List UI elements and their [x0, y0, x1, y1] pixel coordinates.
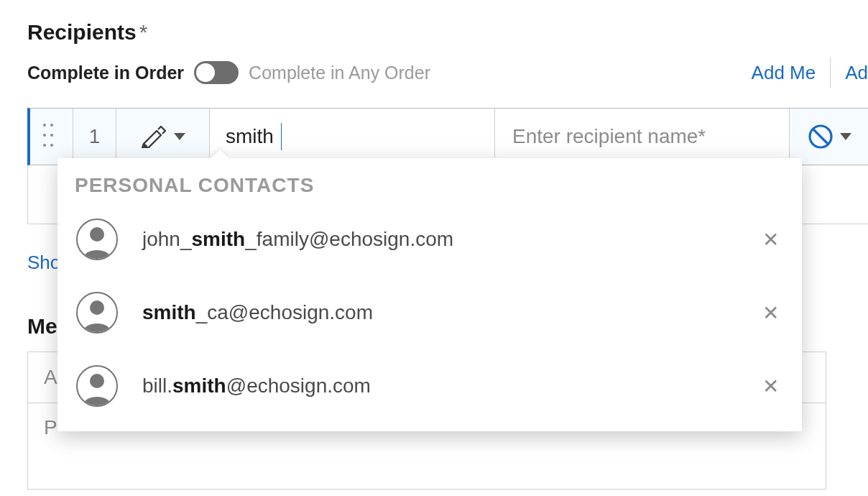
contact-email: john_smith_family@echosign.com	[142, 228, 453, 251]
recipient-row: 1	[27, 108, 868, 165]
svg-point-3	[90, 227, 104, 242]
nosign-icon	[807, 123, 834, 150]
signer-pen-icon	[141, 125, 167, 148]
chevron-down-icon	[174, 133, 185, 140]
contact-email-match: smith	[192, 228, 246, 250]
avatar-icon	[76, 292, 118, 334]
contact-email: smith_ca@echosign.com	[142, 301, 373, 324]
svg-point-4	[90, 300, 104, 315]
message-subject-placeholder: A	[44, 366, 57, 389]
complete-any-order-label: Complete in Any Order	[249, 63, 430, 83]
role-selector[interactable]	[116, 109, 210, 165]
contact-email-pre: john_	[142, 228, 192, 250]
name-cell[interactable]	[495, 109, 790, 165]
contact-email-post: @echosign.com	[226, 375, 371, 397]
recipients-heading-text: Recipients	[27, 20, 137, 44]
svg-point-5	[90, 374, 104, 388]
recipients-heading: Recipients*	[27, 20, 868, 45]
remove-contact-button[interactable]: ✕	[758, 301, 783, 325]
add-me-link[interactable]: Add Me	[752, 62, 816, 84]
dropdown-arrow	[211, 150, 228, 158]
message-body-placeholder: P	[44, 416, 57, 439]
contact-email-match: smith	[142, 301, 196, 323]
contact-suggestion[interactable]: john_smith_family@echosign.com ✕	[57, 203, 802, 276]
chevron-down-icon	[840, 133, 851, 140]
avatar-icon	[76, 219, 118, 260]
complete-in-order-label: Complete in Order	[27, 63, 184, 83]
order-number: 1	[73, 109, 116, 165]
add-recipients-link[interactable]: Ad	[845, 62, 868, 84]
name-input[interactable]	[511, 124, 773, 149]
contact-email: bill.smith@echosign.com	[142, 375, 371, 398]
remove-contact-button[interactable]: ✕	[758, 228, 783, 252]
order-toggle[interactable]	[194, 61, 239, 84]
contact-suggestion[interactable]: bill.smith@echosign.com ✕	[57, 349, 802, 423]
contact-email-post: _ca@echosign.com	[196, 301, 373, 323]
recipient-action-selector[interactable]	[790, 109, 868, 165]
toggle-knob	[196, 63, 215, 82]
avatar-icon	[76, 365, 118, 407]
order-toggle-row: Complete in Order Complete in Any Order …	[27, 58, 868, 88]
link-separator	[830, 58, 831, 88]
contact-suggestion[interactable]: smith_ca@echosign.com ✕	[57, 276, 802, 349]
drag-dots-icon	[43, 124, 53, 150]
contacts-autocomplete-dropdown: PERSONAL CONTACTS john_smith_family@echo…	[57, 158, 802, 431]
contact-email-post: _family@echosign.com	[245, 228, 453, 250]
contact-email-match: smith	[172, 375, 226, 397]
remove-contact-button[interactable]: ✕	[758, 375, 783, 398]
email-cell[interactable]	[210, 109, 495, 165]
contact-email-pre: bill.	[142, 375, 172, 397]
email-input[interactable]	[226, 123, 282, 150]
required-asterisk: *	[139, 20, 148, 44]
contacts-group-header: PERSONAL CONTACTS	[57, 158, 802, 203]
drag-handle[interactable]	[30, 109, 73, 165]
svg-line-2	[813, 129, 828, 144]
